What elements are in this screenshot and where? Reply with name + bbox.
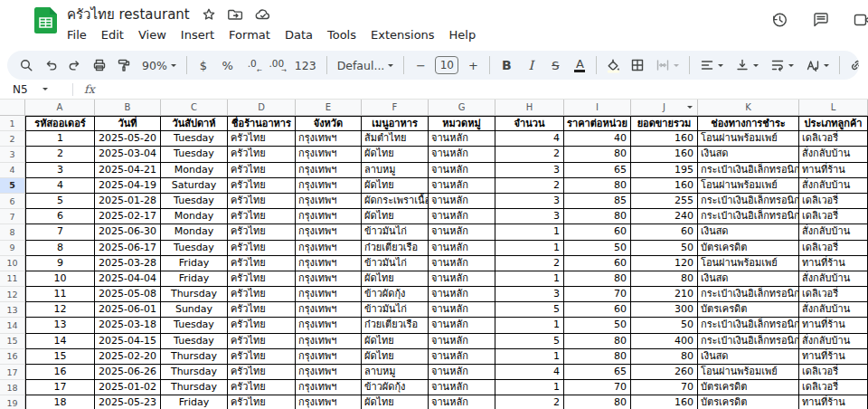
col-header-H[interactable]: H xyxy=(495,100,564,116)
cell-K5[interactable]: โอนผ่านพร้อมเพย์ xyxy=(698,178,799,194)
cell-H8[interactable]: 1 xyxy=(495,224,564,240)
cell-C5[interactable]: Saturday xyxy=(161,178,228,194)
sheets-logo-icon[interactable] xyxy=(34,7,57,33)
cell-I5[interactable]: 80 xyxy=(564,178,631,194)
cell-J13[interactable]: 300 xyxy=(631,302,698,318)
cell-D12[interactable]: ครัวไทย xyxy=(228,287,296,302)
cell-B15[interactable]: 2025-04-15 xyxy=(95,334,161,349)
cell-C14[interactable]: Tuesday xyxy=(161,318,228,333)
cell-F5[interactable]: ผัดไทย xyxy=(362,178,429,194)
cell-L1[interactable]: ประเภทลูกค้า xyxy=(799,116,868,131)
cell-B19[interactable]: 2025-05-23 xyxy=(95,395,161,409)
cell-J8[interactable]: 60 xyxy=(631,224,698,240)
menu-help[interactable]: Help xyxy=(442,25,484,44)
cell-L18[interactable]: เดลิเวอรี่ xyxy=(799,380,868,395)
star-icon[interactable] xyxy=(202,7,216,22)
format-currency-button[interactable]: $ xyxy=(192,53,215,77)
cell-I14[interactable]: 50 xyxy=(564,318,631,333)
cell-C7[interactable]: Monday xyxy=(161,209,228,224)
cell-B18[interactable]: 2025-01-02 xyxy=(95,380,161,395)
strikethrough-button[interactable]: S xyxy=(543,53,567,77)
cell-D1[interactable]: ชื่อร้านอาหาร xyxy=(228,116,296,131)
cell-B2[interactable]: 2025-05-20 xyxy=(95,131,161,147)
cell-B10[interactable]: 2025-03-28 xyxy=(95,256,161,271)
cell-H19[interactable]: 2 xyxy=(495,395,564,409)
text-color-button[interactable]: A xyxy=(568,53,591,77)
cell-C11[interactable]: Friday xyxy=(161,271,228,287)
cell-L4[interactable]: ทานที่ร้าน xyxy=(799,163,868,178)
cell-A8[interactable]: 7 xyxy=(25,224,95,240)
menu-edit[interactable]: Edit xyxy=(94,25,131,44)
cell-I13[interactable]: 60 xyxy=(564,302,631,318)
cell-B1[interactable]: วันที่ xyxy=(95,116,161,131)
text-wrap-button[interactable] xyxy=(765,53,799,77)
cell-C6[interactable]: Tuesday xyxy=(161,194,228,209)
vertical-align-button[interactable] xyxy=(730,53,764,77)
cell-L17[interactable]: เดลิเวอรี่ xyxy=(799,365,868,380)
row-header-1[interactable]: 1 xyxy=(0,116,25,131)
cell-L12[interactable]: เดลิเวอรี่ xyxy=(799,287,868,302)
row-header-14[interactable]: 14 xyxy=(0,318,25,333)
cell-F16[interactable]: ผัดไทย xyxy=(362,349,429,365)
cell-E5[interactable]: กรุงเทพฯ xyxy=(296,178,362,194)
cell-F14[interactable]: ก๋วยเตี๋ยวเรือ xyxy=(362,318,429,333)
cell-H10[interactable]: 2 xyxy=(495,256,564,271)
cell-I15[interactable]: 80 xyxy=(564,334,631,349)
row-header-5[interactable]: 5 xyxy=(0,178,25,194)
cell-E17[interactable]: กรุงเทพฯ xyxy=(296,365,362,380)
col-header-I[interactable]: I xyxy=(564,100,631,116)
cell-B9[interactable]: 2025-06-17 xyxy=(95,241,161,256)
cell-G1[interactable]: หมวดหมู่ xyxy=(429,116,495,131)
cell-I18[interactable]: 70 xyxy=(564,380,631,395)
cell-D11[interactable]: ครัวไทย xyxy=(228,271,296,287)
cell-G3[interactable]: จานหลัก xyxy=(429,147,495,162)
cell-H15[interactable]: 5 xyxy=(495,334,564,349)
cell-J14[interactable]: 50 xyxy=(631,318,698,333)
cell-A10[interactable]: 9 xyxy=(25,256,95,271)
cell-A18[interactable]: 17 xyxy=(25,380,95,395)
menu-file[interactable]: File xyxy=(60,25,94,44)
cell-J10[interactable]: 120 xyxy=(631,256,698,271)
row-header-13[interactable]: 13 xyxy=(0,302,25,318)
cell-J4[interactable]: 195 xyxy=(631,163,698,178)
cell-I9[interactable]: 50 xyxy=(564,241,631,256)
cell-B14[interactable]: 2025-03-18 xyxy=(95,318,161,333)
cell-K14[interactable]: กระเป๋าเงินอิเล็กทรอนิกส์ xyxy=(698,318,799,333)
increase-decimal-button[interactable]: .00 → xyxy=(265,53,288,77)
cell-G19[interactable]: จานหลัก xyxy=(429,395,495,409)
cell-H9[interactable]: 1 xyxy=(495,241,564,256)
cell-A6[interactable]: 5 xyxy=(25,194,95,209)
format-percent-button[interactable]: % xyxy=(216,53,240,77)
cell-B7[interactable]: 2025-02-17 xyxy=(95,209,161,224)
cell-F11[interactable]: ผัดไทย xyxy=(362,271,429,287)
col-header-E[interactable]: E xyxy=(296,100,362,116)
zoom-select[interactable]: 90% xyxy=(137,53,182,77)
cell-H6[interactable]: 3 xyxy=(495,194,564,209)
cell-I3[interactable]: 80 xyxy=(564,147,631,162)
cell-J3[interactable]: 160 xyxy=(631,147,698,162)
cell-A3[interactable]: 2 xyxy=(25,147,95,162)
cell-G11[interactable]: จานหลัก xyxy=(429,271,495,287)
menu-view[interactable]: View xyxy=(131,25,174,44)
cell-A2[interactable]: 1 xyxy=(25,131,95,147)
cell-E1[interactable]: จังหวัด xyxy=(296,116,362,131)
menu-extensions[interactable]: Extensions xyxy=(363,25,442,44)
cell-B8[interactable]: 2025-06-30 xyxy=(95,224,161,240)
cell-E4[interactable]: กรุงเทพฯ xyxy=(296,163,362,178)
cell-L3[interactable]: สั่งกลับบ้าน xyxy=(799,147,868,162)
row-header-3[interactable]: 3 xyxy=(0,147,25,162)
cell-F4[interactable]: ลาบหมู xyxy=(362,163,429,178)
cell-B6[interactable]: 2025-01-28 xyxy=(95,194,161,209)
cell-F18[interactable]: ข้าวผัดกุ้ง xyxy=(362,380,429,395)
cell-E14[interactable]: กรุงเทพฯ xyxy=(296,318,362,333)
cell-A15[interactable]: 14 xyxy=(25,334,95,349)
cell-C15[interactable]: Tuesday xyxy=(161,334,228,349)
cell-K9[interactable]: บัตรเครดิต xyxy=(698,241,799,256)
cell-B3[interactable]: 2025-03-04 xyxy=(95,147,161,162)
cell-D10[interactable]: ครัวไทย xyxy=(228,256,296,271)
cell-B5[interactable]: 2025-04-19 xyxy=(95,178,161,194)
cell-D19[interactable]: ครัวไทย xyxy=(228,395,296,409)
row-header-18[interactable]: 18 xyxy=(0,380,25,395)
cell-B12[interactable]: 2025-05-08 xyxy=(95,287,161,302)
print-button[interactable] xyxy=(88,53,111,77)
